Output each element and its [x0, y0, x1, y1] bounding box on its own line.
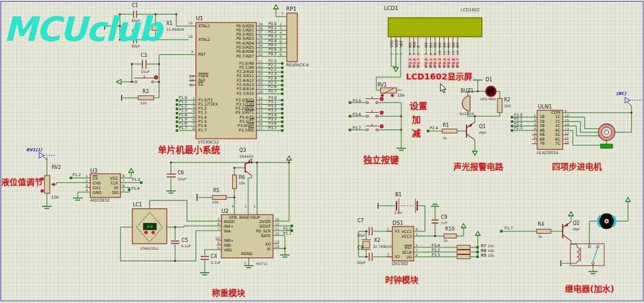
c4-val: 0.1uF: [211, 261, 221, 264]
r6-val: 10k: [239, 181, 245, 185]
rv1-probe-label: RV1(1): [26, 148, 42, 152]
label-add: 加: [412, 116, 421, 125]
u2-left2-nums: 1096: [212, 236, 220, 250]
resistor-r3: [138, 96, 154, 100]
buz1-ref: BUZ1: [461, 89, 474, 94]
rv2-val: 10k: [51, 196, 59, 200]
q3-val: 2N4403: [239, 155, 253, 158]
r4-net: P1.7: [505, 227, 513, 231]
u2-ref: U2: [221, 209, 229, 214]
ds1-right1-nums: 81: [415, 227, 420, 237]
ds1-right1-names: VCC1VCC2: [394, 229, 412, 239]
label-mcu-min-system: 单片机最小系统: [158, 146, 220, 155]
r4-ref: R4: [538, 222, 544, 227]
x1-ref: X1: [166, 21, 173, 26]
r1-ref: R1: [443, 123, 449, 128]
u1-pin-xtal2: XTAL2: [198, 38, 210, 42]
x2-ref: X2: [374, 238, 380, 243]
transistor-q1[interactable]: [467, 122, 475, 140]
rv1-pot[interactable]: [380, 88, 396, 97]
r2-ref: R2: [504, 98, 510, 103]
cap-c9: [432, 220, 439, 223]
u2-part: HX711: [256, 262, 268, 266]
rv1-val: 10k: [397, 94, 405, 98]
transistor-q3[interactable]: [245, 159, 252, 176]
resistor-r1: [442, 129, 457, 133]
ds1-ref: DS1: [392, 221, 403, 226]
rv1-ref: RV1: [377, 83, 387, 88]
lcd-ref: LCD1: [384, 6, 398, 11]
r10-ref: R10: [445, 227, 455, 232]
x1-val: 11.0592M: [166, 28, 184, 31]
q3-ref: Q3: [239, 148, 246, 153]
lcd-screen[interactable]: [388, 18, 482, 37]
label-relay: 继电器(加水): [565, 285, 614, 293]
u2-pinnum-5: 5: [244, 261, 246, 265]
u2-left2-names: INB+INB-VBG: [224, 238, 239, 253]
u2-right1-nets: P1.0P1.1: [283, 222, 295, 241]
c6-ref: C6: [177, 171, 184, 176]
uln-ref: ULN1: [538, 104, 552, 110]
label-set: 设置: [410, 102, 427, 111]
u2-right1-names: DVDDDOUTPD_SCKRATE: [242, 219, 271, 238]
u1-p3-nums: 1011121314151617: [258, 96, 267, 130]
u3-ref: U3: [90, 168, 97, 174]
buzzer[interactable]: [462, 96, 470, 111]
c3-val: 10uF: [141, 70, 150, 74]
stepper-motor[interactable]: [598, 124, 615, 148]
ds1-part: DS1302: [392, 262, 408, 266]
dc-motor[interactable]: [598, 213, 616, 229]
led-d1[interactable]: [486, 86, 496, 97]
u2-pinnum-2: 2: [245, 205, 247, 208]
lcd-pins-ctrl: RS4P2.5RW5P2.6E6P2.7: [408, 37, 420, 67]
ds1-pinnum-2: 2: [387, 227, 389, 231]
u3-left-nums: 1234: [83, 174, 88, 193]
r5-val: 10k: [212, 200, 218, 204]
b1-val: 3.6V: [394, 211, 402, 215]
u1-part: STC89C52: [198, 141, 219, 145]
c8-val: 30pF: [357, 261, 366, 264]
u1-pinnum-18: 18: [188, 35, 193, 39]
u1-p0-names: P0.0/AD0P0.1/AD1P0.2/AD2P0.3/AD3P0.4/AD4…: [209, 24, 254, 59]
u1-p2-names: P2.0/A8P2.1/A9P2.2/A10P2.3/A11P2.4/A12P2…: [209, 62, 254, 96]
u1-p0-nets: P0.0P0.1P0.2P0.3P0.4P0.5P0.6P0.7: [268, 22, 280, 56]
r3-val: 10k: [140, 101, 147, 105]
u2-left1-names: AVDDINA+INA-: [224, 219, 239, 234]
q2-ref: Q2: [573, 221, 579, 226]
u1-pinnum-9: 9: [191, 50, 193, 53]
voltage-probe-rv1[interactable]: [39, 152, 56, 158]
q1-ref: Q1: [479, 125, 486, 129]
u3-part: ADC0832: [90, 199, 110, 203]
c7-ref: C7: [357, 219, 364, 224]
u2-pin-agnd: AGND: [241, 252, 252, 256]
u2-right1-nums: 16121115: [275, 217, 282, 236]
label-liquid-level: 液位值调节: [1, 178, 43, 186]
rp1-respack[interactable]: [287, 13, 297, 62]
u1-pin-xtal1: XTAL1: [198, 24, 210, 28]
r6-ref: R6: [239, 176, 245, 180]
d1-val: LED-RED: [480, 97, 496, 101]
transistor-q2[interactable]: [563, 222, 571, 241]
resistor-r2: [497, 98, 502, 113]
rv2-pot[interactable]: [41, 176, 56, 193]
c9-val: 1nF: [441, 221, 448, 225]
resistor-r4: [537, 229, 551, 234]
uln-part: ULN2003A: [537, 151, 559, 155]
u1-pinnum-19: 19: [188, 21, 193, 25]
lcd-pins-power: VSS1VDD2VEE3: [389, 37, 403, 55]
c6-val: 10uF: [177, 177, 186, 181]
c5-val: 0.1uF: [181, 244, 191, 248]
label-clock: 时钟模块: [385, 276, 418, 284]
b1-ref: B1: [395, 193, 402, 197]
ds1-nets: P3.4P3.2P3.3: [432, 243, 442, 257]
u1-ctrl-nums: 293031: [185, 74, 194, 88]
u2-left1-nums: 387: [214, 217, 220, 231]
rp1-ref: RP1: [286, 7, 296, 12]
r2-val: 300: [504, 104, 510, 108]
r10-val: 1k: [443, 239, 448, 243]
u1-pin-rst: RST: [198, 53, 206, 57]
relay[interactable]: [570, 244, 604, 266]
u1-p0-rp-nums: 23456789: [280, 22, 285, 56]
label-alarm: 声光报警电路: [453, 162, 503, 171]
label-weighing: 称重模块: [212, 289, 245, 297]
